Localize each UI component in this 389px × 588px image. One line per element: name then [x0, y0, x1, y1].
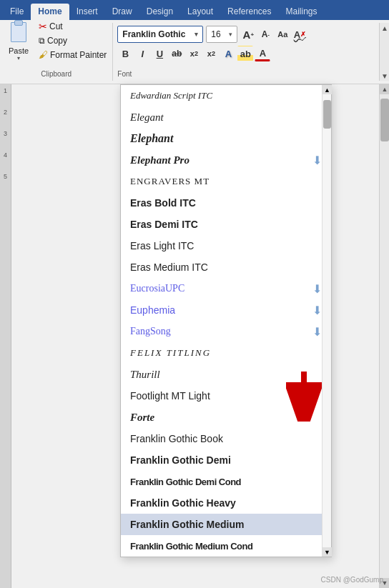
font-item-label: Franklin Gothic Medium Cond — [130, 541, 252, 552]
font-group-label: Font — [117, 70, 132, 78]
font-item-label: Eras Medium ITC — [130, 261, 208, 273]
tab-file[interactable]: File — [3, 4, 31, 20]
font-item-footlight[interactable]: Footlight MT Light — [121, 385, 331, 407]
font-size-selector[interactable]: 16 ▾ — [206, 26, 237, 43]
font-item-fangsong[interactable]: FangSong ⬇ — [121, 321, 331, 342]
change-case-button[interactable]: Aa — [275, 26, 290, 42]
increase-font-button[interactable]: A+ — [240, 26, 256, 42]
font-group: Franklin Gothic ▾ 16 ▾ A+ A- Aa A✗ B I U… — [113, 23, 379, 81]
font-item-label: FangSong — [130, 326, 171, 337]
font-item-fg-heavy[interactable]: Franklin Gothic Heavy — [121, 492, 331, 514]
font-item-eras-bold[interactable]: Eras Bold ITC — [121, 192, 331, 214]
dropdown-scroll-thumb[interactable] — [323, 100, 331, 129]
underline-button[interactable]: U — [152, 46, 167, 61]
paste-icon — [7, 19, 30, 45]
paste-dropdown-arrow[interactable]: ▾ — [17, 55, 20, 61]
superscript-button[interactable]: x2 — [203, 46, 219, 61]
font-item-eras-light[interactable]: Eras Light ITC — [121, 235, 331, 256]
text-highlight-button[interactable]: ab — [237, 46, 253, 61]
font-item-elephant[interactable]: Elephant — [121, 128, 331, 149]
font-item-fg-demi-cond[interactable]: Franklin Gothic Demi Cond — [121, 471, 331, 492]
font-item-label: Franklin Gothic Heavy — [130, 497, 236, 509]
font-item-fg-book[interactable]: Franklin Gothic Book — [121, 428, 331, 449]
watermark: CSDN @GodGump — [321, 576, 383, 584]
ruler-mark-5: 5 — [4, 173, 7, 180]
font-item-felix[interactable]: FELIX TITLING — [121, 342, 331, 364]
download-icon[interactable]: ⬇ — [312, 282, 322, 296]
tab-mailings[interactable]: Mailings — [278, 4, 324, 20]
font-item-label: EucrosiaUPC — [130, 283, 184, 294]
font-item-elegant[interactable]: Elegant — [121, 106, 331, 128]
subscript-button[interactable]: x2 — [186, 46, 202, 61]
font-dropdown-panel: Edwardian Script ITC Elegant Elephant El… — [120, 84, 332, 557]
font-item-thrill[interactable]: Thurill — [121, 364, 331, 385]
paste-button[interactable]: Paste ▾ — [3, 19, 34, 73]
tab-insert[interactable]: Insert — [69, 4, 105, 20]
font-item-label: Elegant — [130, 111, 164, 124]
font-item-elephant-pro[interactable]: Elephant Pro ⬇ — [121, 149, 331, 171]
ribbon-scroll-down[interactable]: ▼ — [380, 71, 389, 81]
font-row1: Franklin Gothic ▾ 16 ▾ A+ A- Aa A✗ — [117, 26, 375, 43]
font-item-engravers[interactable]: ENGRAVERS MT — [121, 171, 331, 192]
font-selector[interactable]: Franklin Gothic ▾ — [117, 26, 203, 43]
font-item-label: Franklin Gothic Medium — [130, 519, 244, 530]
font-item-label: Franklin Gothic Demi — [130, 454, 231, 466]
ruler-mark-4: 4 — [4, 151, 7, 159]
ruler-mark-1: 1 — [4, 87, 7, 94]
clear-format-button[interactable]: A✗ — [292, 26, 307, 42]
font-item-fg-medium-cond[interactable]: Franklin Gothic Medium Cond — [121, 535, 331, 557]
dropdown-scroll-track — [322, 94, 331, 547]
cut-button[interactable]: ✂ Cut — [36, 19, 109, 34]
ribbon-right-scroll: ▲ ▼ — [379, 23, 389, 81]
ribbon: Paste ▾ ✂ Cut ⧉ Copy 🖌 Format Painter Cl — [0, 20, 389, 84]
strikethrough-button[interactable]: ab — [169, 46, 184, 61]
font-item-label: FELIX TITLING — [130, 347, 211, 359]
text-effects-button[interactable]: A — [220, 46, 236, 61]
font-item-label: Franklin Gothic Book — [130, 433, 223, 444]
font-item-fg-demi[interactable]: Franklin Gothic Demi — [121, 449, 331, 471]
download-icon[interactable]: ⬇ — [312, 325, 322, 339]
ribbon-scroll-up[interactable]: ▲ — [380, 23, 389, 33]
font-item-edwardian[interactable]: Edwardian Script ITC — [121, 85, 331, 106]
font-item-label: Eras Demi ITC — [130, 219, 198, 230]
font-item-label: Franklin Gothic Demi Cond — [130, 477, 241, 487]
font-item-eucrosia[interactable]: EucrosiaUPC ⬇ — [121, 278, 331, 299]
bold-button[interactable]: B — [117, 46, 133, 61]
copy-label: Copy — [47, 36, 67, 46]
clipboard-small-buttons: ✂ Cut ⧉ Copy 🖌 Format Painter — [36, 19, 109, 73]
tab-layout[interactable]: Layout — [180, 4, 220, 20]
italic-button[interactable]: I — [134, 46, 150, 61]
font-item-label: Thurill — [130, 369, 160, 381]
font-item-label: Footlight MT Light — [130, 390, 210, 402]
tab-design[interactable]: Design — [139, 4, 180, 20]
decrease-font-button[interactable]: A- — [257, 26, 273, 42]
copy-button[interactable]: ⧉ Copy — [36, 34, 109, 47]
font-item-eras-demi[interactable]: Eras Demi ITC — [121, 214, 331, 235]
tab-draw[interactable]: Draw — [105, 4, 139, 20]
scissors-icon: ✂ — [39, 21, 47, 32]
download-icon[interactable]: ⬇ — [312, 304, 322, 317]
ruler-mark-2: 2 — [4, 109, 7, 116]
ribbon-tabs-bar: File Home Insert Draw Design Layout Refe… — [0, 0, 389, 20]
font-item-label: ENGRAVERS MT — [130, 176, 210, 187]
download-icon[interactable]: ⬇ — [312, 154, 322, 167]
font-color-button[interactable]: A — [255, 46, 270, 61]
font-item-fg-medium[interactable]: Franklin Gothic Medium — [121, 514, 331, 535]
font-size-display: 16 — [211, 29, 220, 39]
painter-icon: 🖌 — [39, 49, 48, 60]
cut-label: Cut — [49, 21, 63, 31]
font-size-buttons: A+ A- Aa A✗ — [240, 26, 307, 42]
font-item-euphemia[interactable]: Euphemia ⬇ — [121, 299, 331, 321]
format-painter-button[interactable]: 🖌 Format Painter — [36, 48, 109, 61]
font-item-forte[interactable]: Forte — [121, 407, 331, 428]
font-item-eras-medium[interactable]: Eras Medium ITC — [121, 256, 331, 278]
dropdown-scroll-down[interactable]: ▼ — [322, 547, 332, 557]
font-dropdown-scroll[interactable]: Edwardian Script ITC Elegant Elephant El… — [121, 85, 331, 557]
tab-references[interactable]: References — [220, 4, 278, 20]
dropdown-scroll-up[interactable]: ▲ — [322, 85, 332, 94]
scrollbar-thumb[interactable] — [380, 99, 389, 141]
left-ruler: 1 2 3 4 5 — [0, 84, 11, 588]
tab-home[interactable]: Home — [31, 4, 69, 20]
font-item-label: Forte — [130, 412, 154, 424]
scrollbar-up-arrow[interactable]: ▲ — [380, 84, 389, 94]
